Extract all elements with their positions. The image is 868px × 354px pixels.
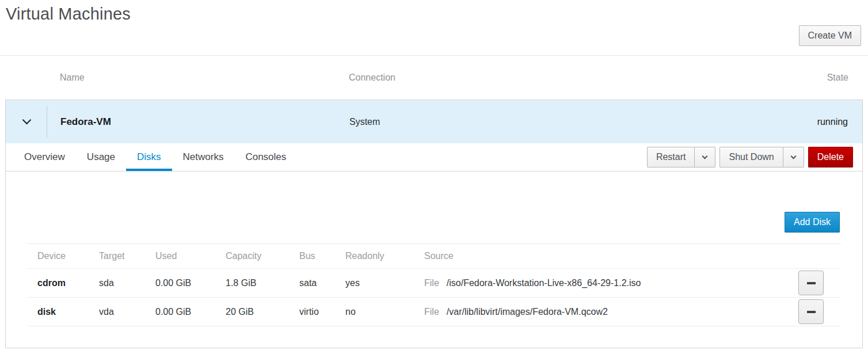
vm-row-fedora[interactable]: Fedora-VM System running xyxy=(6,100,862,143)
disk-capacity: 1.8 GiB xyxy=(215,269,289,298)
detach-disk-button[interactable] xyxy=(798,299,824,324)
source-path: /var/lib/libvirt/images/Fedora-VM.qcow2 xyxy=(447,307,608,317)
source-type-label: File xyxy=(424,278,439,288)
shutdown-split-button: Shut Down xyxy=(719,147,804,168)
disks-col-source: Source xyxy=(414,244,795,269)
page-header: Virtual Machines Create VM xyxy=(0,0,868,56)
disk-device: disk xyxy=(27,298,89,326)
create-vm-button[interactable]: Create VM xyxy=(799,25,861,46)
disk-target: sda xyxy=(89,269,145,298)
vm-table-header: Name Connection State xyxy=(5,56,863,100)
disks-col-capacity: Capacity xyxy=(215,244,289,269)
page-title: Virtual Machines xyxy=(6,5,131,24)
disk-row-cdrom: cdrom sda 0.00 GiB 1.8 GiB sata yes File… xyxy=(27,269,841,298)
chevron-down-icon xyxy=(702,153,708,159)
disk-target: vda xyxy=(89,298,145,326)
tab-consoles[interactable]: Consoles xyxy=(234,143,297,171)
delete-button[interactable]: Delete xyxy=(808,147,853,168)
disk-used: 0.00 GiB xyxy=(145,269,215,298)
disk-source: File/iso/Fedora-Workstation-Live-x86_64-… xyxy=(414,269,795,298)
column-header-name: Name xyxy=(47,73,345,83)
detach-disk-button[interactable] xyxy=(798,271,824,295)
disks-table: Device Target Used Capacity Bus Readonly… xyxy=(27,243,841,326)
disk-row-disk: disk vda 0.00 GiB 20 GiB virtio no File/… xyxy=(27,298,841,326)
disk-actions xyxy=(795,298,841,326)
disk-bus: sata xyxy=(289,269,335,298)
vm-name: Fedora-VM xyxy=(47,116,345,128)
disks-header-row: Device Target Used Capacity Bus Readonly… xyxy=(27,244,841,269)
disks-col-target: Target xyxy=(89,244,145,269)
vm-action-buttons: Restart Shut Down Delete xyxy=(647,143,862,171)
restart-dropdown-toggle[interactable] xyxy=(694,147,715,168)
disk-capacity: 20 GiB xyxy=(215,298,289,326)
disk-bus: virtio xyxy=(289,298,335,326)
add-disk-button[interactable]: Add Disk xyxy=(785,212,840,233)
vm-state: running xyxy=(734,117,862,127)
tab-networks[interactable]: Networks xyxy=(172,143,235,171)
disks-col-bus: Bus xyxy=(289,244,335,269)
disks-col-device: Device xyxy=(27,244,89,269)
vm-tabs-bar: Overview Usage Disks Networks Consoles R… xyxy=(6,143,862,172)
disk-actions xyxy=(795,269,841,298)
disk-device: cdrom xyxy=(27,269,89,298)
column-header-connection: Connection xyxy=(345,73,735,83)
restart-button[interactable]: Restart xyxy=(647,147,695,168)
minus-icon xyxy=(807,282,816,284)
row-expander[interactable] xyxy=(6,100,47,143)
vm-listing-panel: Fedora-VM System running Overview Usage … xyxy=(5,100,863,348)
disk-readonly: no xyxy=(335,298,414,326)
shutdown-button[interactable]: Shut Down xyxy=(719,147,783,168)
chevron-down-icon xyxy=(22,116,31,125)
source-type-label: File xyxy=(424,307,439,317)
tab-disks[interactable]: Disks xyxy=(126,143,172,171)
source-path: /iso/Fedora-Workstation-Live-x86_64-29-1… xyxy=(447,278,641,288)
disk-source: File/var/lib/libvirt/images/Fedora-VM.qc… xyxy=(414,298,795,326)
column-header-state: State xyxy=(735,73,863,83)
disks-col-readonly: Readonly xyxy=(335,244,414,269)
disks-col-actions xyxy=(795,244,841,269)
disks-tab-content: Add Disk Device Target Used Capacity Bus… xyxy=(6,172,862,348)
disk-used: 0.00 GiB xyxy=(145,298,215,326)
restart-split-button: Restart xyxy=(647,147,716,168)
tab-overview[interactable]: Overview xyxy=(13,143,76,171)
chevron-down-icon xyxy=(790,153,796,159)
tab-usage[interactable]: Usage xyxy=(76,143,126,171)
minus-icon xyxy=(807,311,816,313)
disks-col-used: Used xyxy=(145,244,215,269)
disk-readonly: yes xyxy=(335,269,414,298)
vm-connection: System xyxy=(345,117,734,127)
shutdown-dropdown-toggle[interactable] xyxy=(783,147,804,168)
